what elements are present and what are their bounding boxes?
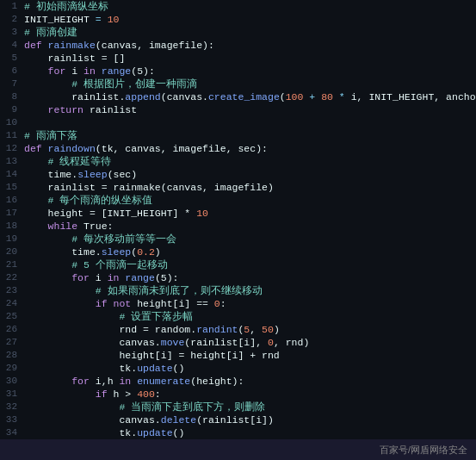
line-content: height = [INIT_HEIGHT] * 10 [24, 207, 476, 220]
line-number: 25 [0, 310, 24, 323]
code-line: 33 canvas.delete(rainlist[i]) [0, 413, 476, 426]
footer-bar: 百家号/网盾网络安全 [0, 439, 476, 460]
line-content: # 雨滴下落 [24, 129, 476, 142]
line-number: 15 [0, 181, 24, 194]
line-content: height[i] = height[i] + rnd [24, 349, 476, 362]
code-line: 6 for i in range(5): [0, 65, 476, 78]
line-number: 29 [0, 362, 24, 375]
line-content: canvas.delete(rainlist[i]) [24, 413, 476, 426]
line-number: 18 [0, 220, 24, 233]
line-number: 31 [0, 388, 24, 401]
code-line: 30 for i,h in enumerate(height): [0, 375, 476, 388]
code-editor: 1# 初始雨滴纵坐标2INIT_HEIGHT = 103# 雨滴创建4def r… [0, 0, 476, 439]
line-content: for i in range(5): [24, 271, 476, 284]
line-number: 28 [0, 349, 24, 362]
line-number: 21 [0, 258, 24, 271]
line-content: rainlist = rainmake(canvas, imagefile) [24, 181, 476, 194]
line-number: 9 [0, 103, 24, 116]
code-line: 14 time.sleep(sec) [0, 168, 476, 181]
line-content: rnd = random.randint(5, 50) [24, 323, 476, 336]
code-line: 27 canvas.move(rainlist[i], 0, rnd) [0, 336, 476, 349]
code-line: 4def rainmake(canvas, imagefile): [0, 39, 476, 52]
code-line: 11# 雨滴下落 [0, 129, 476, 142]
line-number: 1 [0, 0, 24, 13]
code-line: 19 # 每次移动前等等一会 [0, 233, 476, 246]
line-number: 3 [0, 26, 24, 39]
line-content: # 如果雨滴未到底了，则不继续移动 [24, 284, 476, 297]
code-line: 13 # 线程延等待 [0, 155, 476, 168]
line-number: 11 [0, 129, 24, 142]
code-line: 8 rainlist.append(canvas.create_image(10… [0, 90, 476, 103]
line-number: 27 [0, 336, 24, 349]
code-line: 10 [0, 116, 476, 129]
line-number: 4 [0, 39, 24, 52]
code-line: 12def raindown(tk, canvas, imagefile, se… [0, 142, 476, 155]
code-line: 3# 雨滴创建 [0, 26, 476, 39]
code-line: 24 if not height[i] == 0: [0, 297, 476, 310]
line-number: 6 [0, 65, 24, 78]
line-number: 20 [0, 246, 24, 258]
line-content: # 根据图片，创建一种雨滴 [24, 78, 476, 90]
line-number: 32 [0, 401, 24, 413]
footer-text: 百家号/网盾网络安全 [380, 444, 467, 457]
line-content: rainlist = [] [24, 52, 476, 65]
code-line: 31 if h > 400: [0, 388, 476, 401]
code-line: 5 rainlist = [] [0, 52, 476, 65]
line-content: for i in range(5): [24, 65, 476, 78]
line-content: for i,h in enumerate(height): [24, 375, 476, 388]
line-content: tk.update() [24, 362, 476, 375]
code-line: 17 height = [INIT_HEIGHT] * 10 [0, 207, 476, 220]
code-line: 23 # 如果雨滴未到底了，则不继续移动 [0, 284, 476, 297]
code-line: 32 # 当雨滴下走到底下方，则删除 [0, 401, 476, 413]
line-content: # 线程延等待 [24, 155, 476, 168]
line-number: 2 [0, 13, 24, 26]
code-line: 26 rnd = random.randint(5, 50) [0, 323, 476, 336]
line-content: time.sleep(0.2) [24, 246, 476, 258]
line-content: return rainlist [24, 103, 476, 116]
line-number: 26 [0, 323, 24, 336]
line-content: # 每次移动前等等一会 [24, 233, 476, 246]
line-content: INIT_HEIGHT = 10 [24, 13, 476, 26]
line-content: canvas.move(rainlist[i], 0, rnd) [24, 336, 476, 349]
line-number: 24 [0, 297, 24, 310]
code-line: 15 rainlist = rainmake(canvas, imagefile… [0, 181, 476, 194]
line-content: rainlist.append(canvas.create_image(100 … [24, 90, 476, 103]
line-number: 5 [0, 52, 24, 65]
code-line: 1# 初始雨滴纵坐标 [0, 0, 476, 13]
line-number: 16 [0, 194, 24, 207]
line-number: 7 [0, 78, 24, 90]
line-content: # 设置下落步幅 [24, 310, 476, 323]
code-line: 28 height[i] = height[i] + rnd [0, 349, 476, 362]
code-line: 7 # 根据图片，创建一种雨滴 [0, 78, 476, 90]
line-number: 14 [0, 168, 24, 181]
line-content: if not height[i] == 0: [24, 297, 476, 310]
line-number: 22 [0, 271, 24, 284]
line-content: # 初始雨滴纵坐标 [24, 0, 476, 13]
line-content: while True: [24, 220, 476, 233]
line-number: 19 [0, 233, 24, 246]
line-number: 12 [0, 142, 24, 155]
code-line: 25 # 设置下落步幅 [0, 310, 476, 323]
code-line: 9 return rainlist [0, 103, 476, 116]
code-line: 21 # 5 个雨滴一起移动 [0, 258, 476, 271]
line-number: 33 [0, 413, 24, 426]
line-number: 17 [0, 207, 24, 220]
code-line: 16 # 每个雨滴的纵坐标值 [0, 194, 476, 207]
line-content: time.sleep(sec) [24, 168, 476, 181]
code-line: 2INIT_HEIGHT = 10 [0, 13, 476, 26]
line-number: 34 [0, 426, 24, 439]
code-line: 18 while True: [0, 220, 476, 233]
code-line: 29 tk.update() [0, 362, 476, 375]
line-content: if h > 400: [24, 388, 476, 401]
line-content: # 每个雨滴的纵坐标值 [24, 194, 476, 207]
line-content: # 当雨滴下走到底下方，则删除 [24, 401, 476, 413]
line-number: 8 [0, 90, 24, 103]
line-content: # 5 个雨滴一起移动 [24, 258, 476, 271]
line-number: 30 [0, 375, 24, 388]
code-line: 34 tk.update() [0, 426, 476, 439]
line-number: 23 [0, 284, 24, 297]
line-number: 13 [0, 155, 24, 168]
line-content: def raindown(tk, canvas, imagefile, sec)… [24, 142, 476, 155]
line-content: def rainmake(canvas, imagefile): [24, 39, 476, 52]
line-number: 10 [0, 116, 24, 129]
